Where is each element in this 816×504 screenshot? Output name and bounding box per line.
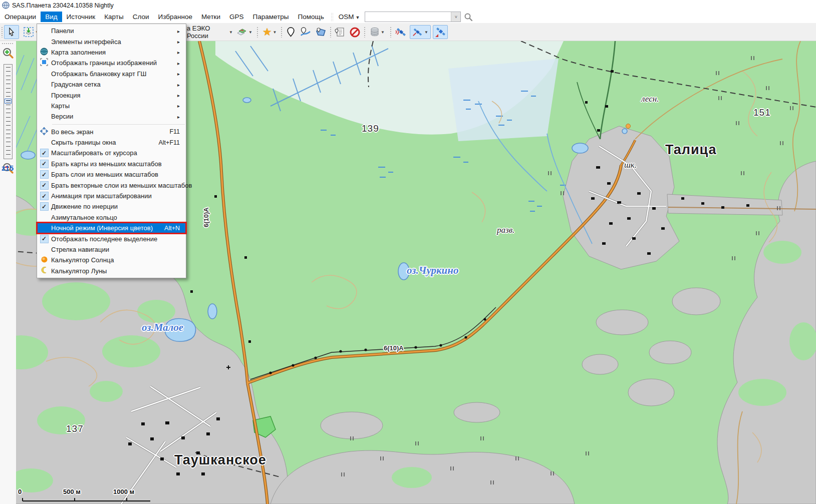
menubar-item-операции[interactable]: Операции: [0, 12, 41, 22]
menubar-item-источник[interactable]: Источник: [62, 12, 100, 22]
window-title: SAS.Планета 230424.10358 Nightly: [12, 2, 114, 9]
submenu-arrow-icon: ▸: [177, 103, 180, 109]
layers-icon: [236, 27, 247, 37]
add-path-button[interactable]: [299, 25, 313, 39]
map-source-label: а ЕЭКО России: [187, 25, 228, 40]
cursor-tool-button[interactable]: [4, 25, 19, 39]
layers-button[interactable]: ▼: [234, 25, 254, 39]
zoom-tick: [6, 92, 11, 93]
search-icon[interactable]: [464, 13, 473, 22]
view-menu-item-17[interactable]: ✓Движение по инерции: [37, 201, 186, 212]
view-menu-item-7[interactable]: Карты▸: [37, 101, 186, 111]
view-menu-item-13[interactable]: ✓Брать карты из меньших масштабов: [37, 159, 186, 169]
submenu-arrow-icon: ▸: [177, 71, 180, 77]
left-toolbar-dock: z15: [0, 41, 16, 504]
menu-item-label: Отображать бланковку карт ГШ: [51, 70, 177, 78]
submenu-arrow-icon: ▸: [177, 39, 180, 45]
view-menu-item-5[interactable]: Градусная сетка▸: [37, 79, 186, 90]
zoom-in-icon[interactable]: [2, 47, 14, 59]
app-icon: [2, 2, 10, 9]
add-placemark-button[interactable]: [284, 25, 298, 39]
dock-grip[interactable]: [2, 43, 14, 45]
globe-icon: [40, 48, 48, 57]
submenu-arrow-icon: ▸: [177, 82, 180, 88]
view-menu-item-6[interactable]: Проекция▸: [37, 90, 186, 100]
menubar-item-вид[interactable]: Вид: [41, 12, 62, 22]
view-menu-item-11[interactable]: Скрыть границы окнаAlt+F11: [37, 137, 186, 148]
menu-separator: [52, 124, 185, 125]
zoom-tick: [6, 146, 11, 147]
menubar-item-gps[interactable]: GPS: [225, 12, 248, 22]
menu-item-label: Масштабировать от курсора: [51, 149, 180, 157]
zoom-tick: [6, 121, 11, 122]
cache-storage-button[interactable]: ▼: [367, 25, 388, 39]
gps-track-button[interactable]: [433, 25, 448, 39]
checkmark-icon: ✓: [40, 170, 49, 179]
view-menu-item-19[interactable]: Ночной режим (Инверсия цветов)Alt+N: [37, 223, 186, 233]
view-menu: Панели▸Элементы интерфейса▸Карта заполне…: [37, 24, 186, 278]
favorites-button[interactable]: ★ ▼: [259, 25, 280, 39]
view-menu-item-16[interactable]: ✓Анимация при масштабировании: [37, 191, 186, 201]
zoom-tick: [6, 134, 11, 134]
view-menu-item-21[interactable]: Стрелка навигации: [37, 244, 186, 255]
toolbar-grip: [281, 27, 283, 38]
menubar-item-слои[interactable]: Слои: [128, 12, 154, 22]
menubar-item-метки[interactable]: Метки: [197, 12, 225, 22]
menu-item-label: Брать векторные слои из меньших масштабо…: [51, 182, 192, 189]
menu-item-label: Стрелка навигации: [51, 246, 180, 253]
menubar-grip: [331, 13, 334, 22]
view-menu-item-4[interactable]: Отображать бланковку карт ГШ▸: [37, 69, 186, 79]
database-icon: [370, 27, 380, 37]
title-bar: SAS.Планета 230424.10358 Nightly: [0, 0, 816, 11]
osm-menu-button[interactable]: OSM▼: [336, 12, 363, 22]
view-menu-item-15[interactable]: ✓Брать векторные слои из меньших масштаб…: [37, 180, 186, 190]
view-menu-item-14[interactable]: ✓Брать слои из меньших масштабов: [37, 169, 186, 180]
menu-item-label: Версии: [51, 113, 177, 120]
combobox-dropdown-button[interactable]: ˅: [451, 12, 460, 22]
submenu-arrow-icon: ▸: [177, 29, 180, 34]
hide-marks-button[interactable]: [348, 25, 362, 39]
view-menu-item-18[interactable]: Азимутальное кольцо: [37, 212, 186, 223]
menubar-item-помощь[interactable]: Помощь: [294, 12, 329, 22]
zoom-slider-handle[interactable]: [5, 99, 12, 104]
placemark-list-icon: [335, 27, 345, 37]
map-source-button[interactable]: а ЕЭКО России ▼: [186, 25, 233, 39]
menu-item-label: Брать карты из меньших масштабов: [51, 160, 180, 168]
menu-item-label: Калькулятор Луны: [51, 267, 180, 275]
view-menu-item-20[interactable]: ✓Отображать последнее выделение: [37, 233, 186, 244]
search-input[interactable]: [365, 12, 451, 22]
view-menu-item-23[interactable]: Калькулятор Луны: [37, 266, 186, 276]
selection-download-icon: [23, 27, 34, 38]
zoom-tick: [6, 117, 11, 118]
view-menu-item-3[interactable]: Отображать границы изображений▸: [37, 58, 186, 68]
view-menu-item-12[interactable]: ✓Масштабировать от курсора: [37, 148, 186, 158]
menu-item-label: Отображать последнее выделение: [51, 235, 180, 243]
zoom-tick: [6, 109, 11, 109]
menu-item-label: Градусная сетка: [51, 81, 177, 88]
checkmark-icon: ✓: [40, 149, 49, 157]
placemark-manager-button[interactable]: [333, 25, 347, 39]
view-menu-item-22[interactable]: Калькулятор Солнца: [37, 255, 186, 265]
gps-options-button[interactable]: ▼: [410, 25, 431, 39]
menu-item-label: Карта заполнения: [51, 49, 177, 56]
menu-item-label: Панели: [51, 27, 177, 35]
toolbar-grip: [330, 27, 332, 38]
add-polygon-button[interactable]: [314, 25, 328, 39]
chevron-down-icon: ▼: [424, 30, 428, 35]
menubar-item-параметры[interactable]: Параметры: [248, 12, 294, 22]
view-menu-item-1[interactable]: Элементы интерфейса▸: [37, 36, 186, 47]
checkmark-icon: ✓: [40, 235, 49, 243]
view-menu-item-8[interactable]: Версии▸: [37, 111, 186, 122]
menubar-item-избранное[interactable]: Избранное: [154, 12, 197, 22]
zoom-slider[interactable]: [4, 64, 13, 159]
view-menu-item-0[interactable]: Панели▸: [37, 26, 186, 36]
submenu-arrow-icon: ▸: [177, 93, 180, 98]
view-menu-item-2[interactable]: Карта заполнения▸: [37, 47, 186, 58]
checkmark-icon: ✓: [40, 181, 49, 190]
menubar-item-карты[interactable]: Карты: [100, 12, 128, 22]
submenu-arrow-icon: ▸: [177, 61, 180, 66]
search-combobox[interactable]: ˅: [365, 12, 461, 22]
gps-connect-button[interactable]: [393, 25, 408, 39]
view-menu-item-10[interactable]: Во весь экранF11: [37, 127, 186, 137]
toolbar-grip: [1, 27, 3, 38]
